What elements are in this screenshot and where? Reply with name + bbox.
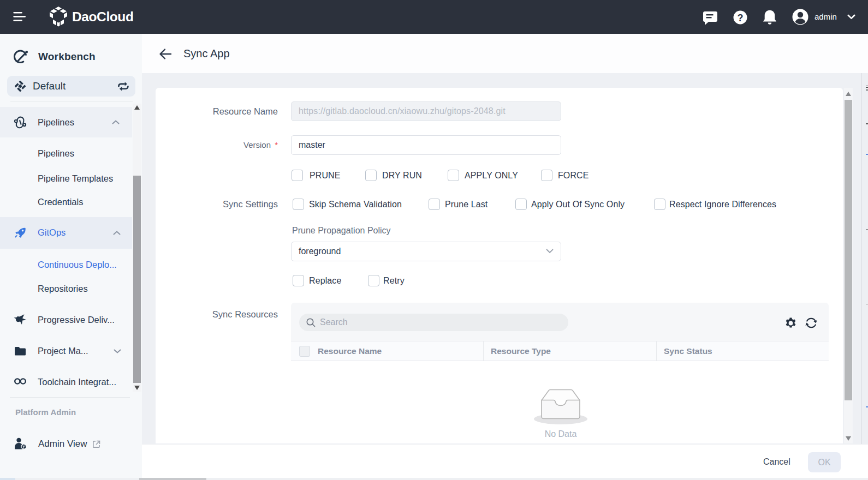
svg-text:?: ? [738, 13, 744, 23]
